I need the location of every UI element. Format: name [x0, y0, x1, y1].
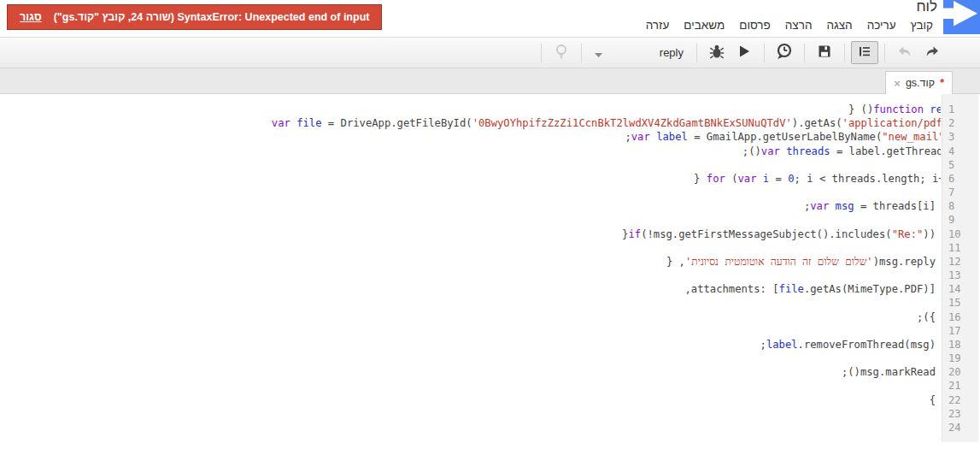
undo-arrow-icon: [896, 44, 913, 62]
function-select[interactable]: reply: [588, 41, 690, 64]
redo-button[interactable]: [918, 41, 946, 64]
chevron-down-icon: [595, 45, 602, 61]
debug-button[interactable]: [703, 41, 731, 64]
code-line-14: ,attachments: [file.getAs(MimeType.PDF)]: [684, 282, 936, 296]
code-line-12: } ,'שלום שלום זה הודעה אוטומטית נסיונית'…: [666, 255, 936, 269]
floppy-icon: [817, 44, 832, 62]
script-pane-toggle-button[interactable]: [851, 41, 878, 64]
code-line-4: ;()var threads = label.getThreads: [742, 145, 941, 158]
line-number: 7: [948, 186, 954, 199]
apps-script-arrow-icon: [943, 0, 980, 34]
toolbar-divider: [541, 44, 542, 62]
code-line-6: } for (var i = 0; i < threads.length; i+…: [694, 172, 941, 186]
toolbar-divider: [696, 44, 697, 62]
line-number: 16: [948, 310, 961, 324]
code-area[interactable]: } ()function replyvar file = DriveApp.ge…: [0, 94, 941, 449]
toolbar-divider: [581, 44, 582, 62]
line-number: 9: [948, 213, 954, 227]
toolbar-row: reply: [535, 38, 946, 68]
lightbulb-icon: [553, 43, 570, 63]
tab-code-gs[interactable]: * קוד.gs ×: [885, 71, 953, 94]
line-number: 17: [948, 324, 961, 338]
line-number: 19: [948, 352, 961, 365]
line-number: 8: [948, 199, 954, 213]
error-close-link[interactable]: סגור: [20, 11, 42, 23]
menu-bar: קובץעריכההצגההרצהפרסוםמשאביםעזרה: [646, 19, 933, 32]
play-icon: [737, 44, 751, 62]
code-line-1: } ()function reply: [848, 103, 941, 116]
line-number: 4: [948, 145, 954, 158]
line-number: 21: [948, 379, 961, 393]
code-line-10: }if(!msg.getFirstMessageSubject().includ…: [622, 227, 936, 241]
menu-item-file[interactable]: קובץ: [911, 19, 933, 32]
line-number: 24: [948, 421, 961, 434]
function-select-value: reply: [660, 46, 684, 59]
line-number: 1: [948, 103, 954, 116]
line-number: 20: [948, 365, 961, 379]
error-message: SyntaxError: Unexpected end of input (שו…: [54, 11, 370, 23]
triggers-button[interactable]: [771, 41, 798, 64]
toolbar-divider: [844, 44, 845, 62]
arrow-icon: [930, 0, 980, 34]
menu-item-help[interactable]: עזרה: [646, 19, 670, 32]
line-number: 11: [948, 241, 961, 255]
project-title[interactable]: לוח: [916, 0, 937, 15]
line-number: 18: [948, 338, 961, 352]
code-line-8: ;var msg = threads[i]: [804, 199, 936, 213]
redo-arrow-icon: [924, 44, 941, 62]
undo-button[interactable]: [891, 41, 918, 64]
close-icon[interactable]: ×: [894, 78, 901, 89]
menu-item-publish[interactable]: פרסום: [739, 19, 771, 32]
tab-dirty-marker: *: [940, 77, 944, 89]
clock-bubble-icon: [775, 42, 794, 64]
toolbar: reply: [0, 37, 980, 68]
code-line-22: {: [930, 393, 936, 407]
code-line-18: ;label.removeFromThread(msg): [760, 338, 936, 352]
menu-item-run[interactable]: הרצה: [785, 19, 813, 32]
line-number: 2: [948, 116, 954, 130]
tab-bar: * קוד.gs ×: [0, 68, 980, 94]
tab-label: קוד.gs: [906, 77, 935, 89]
line-number: 6: [948, 172, 954, 186]
content-hints-button[interactable]: [548, 41, 575, 64]
code-line-16: ;({: [917, 310, 936, 324]
bug-icon: [708, 43, 725, 63]
line-number: 13: [948, 269, 961, 282]
save-button[interactable]: [811, 41, 838, 64]
toolbar-divider: [764, 44, 765, 62]
toolbar-divider: [884, 44, 885, 62]
menu-item-view[interactable]: הצגה: [827, 19, 853, 32]
line-number: 15: [948, 296, 961, 310]
error-banner: SyntaxError: Unexpected end of input (שו…: [7, 4, 382, 30]
line-number: 5: [948, 158, 954, 172]
line-number: 14: [948, 282, 961, 296]
line-number: 22: [948, 393, 961, 407]
line-number-gutter: 123456789101112131415161718192021222324: [942, 94, 978, 442]
code-line-20: ;()msg.markRead: [842, 365, 936, 379]
code-line-2: var file = DriveApp.getFileById('0BwyOYh…: [272, 116, 941, 130]
code-line-3: ;var label = GmailApp.getUserLabelByName…: [625, 130, 941, 144]
line-number: 12: [948, 255, 961, 269]
menu-item-edit[interactable]: עריכה: [867, 19, 896, 32]
indent-list-icon: [857, 44, 872, 62]
line-number: 10: [948, 227, 961, 241]
line-number: 3: [948, 130, 954, 144]
line-number: 23: [948, 407, 961, 421]
toolbar-divider: [804, 44, 805, 62]
run-button[interactable]: [731, 41, 758, 64]
menu-item-resources[interactable]: משאבים: [684, 19, 725, 32]
